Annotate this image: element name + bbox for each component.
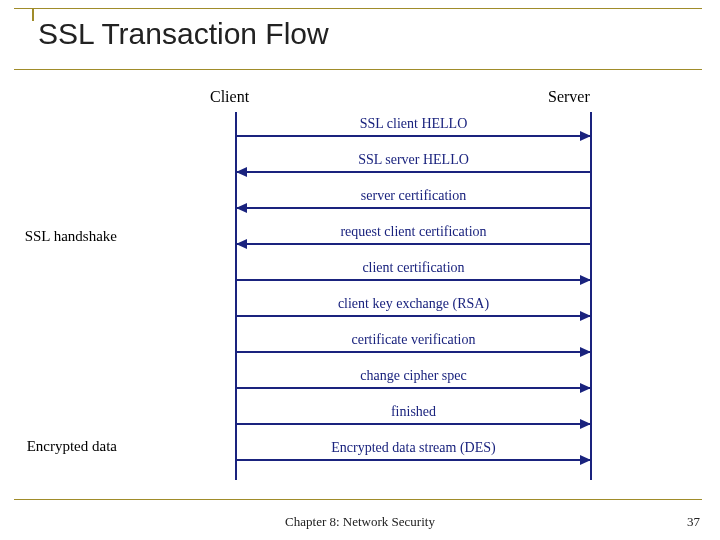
arrow-head-icon [580, 311, 591, 321]
message-row: SSL client HELLO [237, 116, 590, 137]
arrow-head-icon [580, 131, 591, 141]
message-row: client key exchange (RSA) [237, 296, 590, 317]
handshake-phase-label: SSL handshake [22, 228, 117, 245]
message-row: change cipher spec [237, 368, 590, 389]
message-row: certificate verification [237, 332, 590, 353]
message-label: finished [237, 404, 590, 423]
message-label: change cipher spec [237, 368, 590, 387]
arrow-right-icon [237, 315, 590, 317]
page-number: 37 [687, 514, 700, 530]
arrow-head-icon [580, 275, 591, 285]
arrow-head-icon [580, 455, 591, 465]
arrow-head-icon [236, 203, 247, 213]
message-label: client certification [237, 260, 590, 279]
footer-divider [14, 499, 702, 501]
message-label: request client certification [237, 224, 590, 243]
encrypted-phase-label: Encrypted data [22, 438, 117, 455]
client-role-label: Client [210, 88, 249, 106]
arrow-head-icon [580, 347, 591, 357]
message-label: server certification [237, 188, 590, 207]
message-label: SSL server HELLO [237, 152, 590, 171]
message-row: SSL server HELLO [237, 152, 590, 173]
arrow-left-icon [237, 207, 590, 209]
message-row: client certification [237, 260, 590, 281]
arrow-left-icon [237, 243, 590, 245]
message-label: client key exchange (RSA) [237, 296, 590, 315]
message-label: SSL client HELLO [237, 116, 590, 135]
message-row: request client certification [237, 224, 590, 245]
arrow-right-icon [237, 279, 590, 281]
arrow-right-icon [237, 135, 590, 137]
arrow-right-icon [237, 423, 590, 425]
message-row: finished [237, 404, 590, 425]
footer-chapter-label: Chapter 8: Network Security [0, 514, 720, 530]
title-accent-tick [32, 9, 34, 21]
server-role-label: Server [548, 88, 590, 106]
arrow-head-icon [580, 419, 591, 429]
arrow-right-icon [237, 351, 590, 353]
arrow-left-icon [237, 171, 590, 173]
arrow-head-icon [580, 383, 591, 393]
slide-title-bar: SSL Transaction Flow [14, 8, 702, 70]
message-label: Encrypted data stream (DES) [237, 440, 590, 459]
arrow-head-icon [236, 239, 247, 249]
arrow-right-icon [237, 459, 590, 461]
ssl-sequence-diagram: Client Server SSL handshake Encrypted da… [120, 80, 630, 480]
message-label: certificate verification [237, 332, 590, 351]
arrow-head-icon [236, 167, 247, 177]
arrow-right-icon [237, 387, 590, 389]
slide-title: SSL Transaction Flow [14, 9, 702, 69]
message-row: server certification [237, 188, 590, 209]
message-row: Encrypted data stream (DES) [237, 440, 590, 461]
